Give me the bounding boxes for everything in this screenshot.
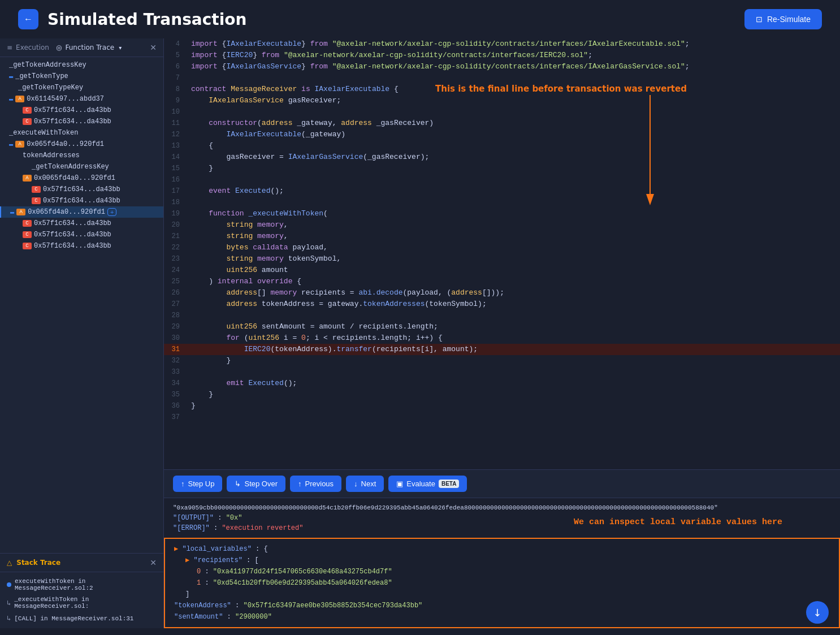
code-line-22: 22 bytes calldata payload, [164, 242, 840, 253]
stack-trace-header: △ Stack Trace ✕ [0, 554, 163, 572]
next-label: Next [361, 480, 376, 488]
back-button[interactable]: ← [18, 9, 38, 29]
previous-label: Previous [305, 480, 334, 488]
header: ← Simulated Transaction ⊡ Re-Simulate [0, 0, 840, 38]
page-title: Simulated Transaction [47, 10, 247, 29]
previous-icon: ↑ [298, 480, 302, 488]
output-output: "[OUTPUT]" : "0x" [173, 513, 831, 523]
evaluate-label: Evaluate [406, 480, 435, 488]
code-line-7: 7 [164, 72, 840, 84]
tree-item-getTokenAddressKey[interactable]: _getTokenAddressKey [0, 59, 163, 71]
tab-function-trace[interactable]: ◎ Function Trace ▾ [56, 44, 122, 51]
tab-execution[interactable]: ≡ Execution [7, 44, 49, 51]
code-line-15: 15 } [164, 163, 840, 174]
tab-execution-label: Execution [16, 44, 49, 51]
contract-icon5: C [23, 220, 32, 227]
code-line-9: 9 IAxelarGasService gasReceiver; [164, 95, 840, 106]
resimulate-button[interactable]: ⊡ Re-Simulate [744, 9, 822, 29]
beta-badge: BETA [439, 480, 459, 488]
arrow-icon-1: ↳ [7, 599, 11, 607]
add-button[interactable]: + [107, 208, 116, 216]
var-recipient-1: 1 : "0xd54c1b20ffb06e9d229395abb45a06402… [174, 577, 830, 589]
step-over-label: Step Over [244, 480, 278, 488]
stack-item-1[interactable]: ↳ _executeWithToken in MessageReceiver.s… [0, 594, 163, 612]
scroll-indicator[interactable]: ↓ [806, 601, 829, 624]
step-up-icon: ↑ [181, 480, 185, 488]
var-bracket-close: ] [174, 589, 830, 600]
tree-item-addr2[interactable]: ▬ A 0x065fd4a0...920fd1 [0, 139, 163, 150]
tab-function-trace-label: Function Trace [65, 44, 114, 51]
tree-item-contract6[interactable]: C 0x57f1c634...da43bb [0, 229, 163, 240]
code-line-17: 17 event Executed(); [164, 185, 840, 197]
code-area[interactable]: This is the final line before transactio… [164, 38, 840, 469]
tree-item-getTokenAddressKey2[interactable]: _getTokenAddressKey [0, 161, 163, 172]
panel-close-button[interactable]: ✕ [150, 43, 157, 52]
contract-icon2: C [23, 118, 32, 125]
chevron-down-icon: ▾ [119, 45, 122, 51]
stack-item-0[interactable]: executeWithToken in MessageReceiver.sol:… [0, 576, 163, 594]
stack-item-2[interactable]: ↳ [CALL] in MessageReceiver.sol:31 [0, 612, 163, 625]
warning-icon: △ [7, 559, 12, 567]
output-panel: "0xa9059cbb0000000000000000000000000000d… [164, 498, 840, 538]
function-trace-icon: ◎ [56, 44, 62, 51]
tree-item-contract3[interactable]: C 0x57f1c634...da43bb [0, 184, 163, 195]
tree-item-contract4[interactable]: C 0x57f1c634...da43bb [0, 195, 163, 206]
code-content: 4 import {IAxelarExecutable} from "@axel… [164, 38, 840, 423]
code-line-30: 30 for (uint256 i = 0; i < recipients.le… [164, 332, 840, 344]
code-line-25: 25 ) internal override { [164, 276, 840, 287]
code-line-20: 20 string memory, [164, 219, 840, 231]
tree-item-contract1[interactable]: C 0x57f1c634...da43bb [0, 105, 163, 116]
next-button[interactable]: ↓ Next [346, 476, 384, 492]
tree-item-executeWithToken[interactable]: _executeWithToken [0, 127, 163, 139]
tree-item-addr1[interactable]: ▬ A 0x61145497...abdd37 [0, 93, 163, 105]
tree-item-getTokenType[interactable]: ▬ _getTokenType [0, 71, 163, 82]
tree-item-tokenAddresses[interactable]: tokenAddresses [0, 150, 163, 161]
arrow-icon-2: ↳ [7, 614, 11, 623]
address-icon3: A [23, 175, 32, 182]
code-line-19: 19 function _executeWithToken( [164, 208, 840, 219]
code-line-12: 12 IAxelarExecutable(_gateway) [164, 129, 840, 140]
stack-trace-panel: △ Stack Trace ✕ executeWithToken in Mess… [0, 553, 163, 628]
contract-icon7: C [23, 243, 32, 249]
next-icon: ↓ [354, 480, 358, 488]
stack-trace-close-button[interactable]: ✕ [150, 558, 157, 567]
stack-item-text-1: _executeWithToken in MessageReceiver.sol… [14, 596, 157, 610]
tree-item-contract7[interactable]: C 0x57f1c634...da43bb [0, 240, 163, 252]
var-token-address: "tokenAddress" : "0x57f1c63497aee0be305b… [174, 600, 830, 611]
code-line-6: 6 import {IAxelarGasService} from "@axel… [164, 61, 840, 72]
code-line-28: 28 [164, 310, 840, 321]
code-line-24: 24 uint256 amount [164, 265, 840, 276]
step-up-label: Step Up [188, 480, 215, 488]
var-sent-amount: "sentAmount" : "2900000" [174, 611, 830, 623]
evaluate-button[interactable]: ▣ Evaluate BETA [388, 476, 467, 492]
tree-item-addr4-active[interactable]: ▬ A 0x065fd4a0...920fd1 + [0, 206, 163, 218]
previous-button[interactable]: ↑ Previous [290, 476, 341, 492]
collapse-icon: ▬ [9, 72, 13, 80]
step-over-button[interactable]: ↳ Step Over [227, 476, 285, 492]
address-icon2: A [15, 141, 24, 148]
code-line-33: 33 [164, 366, 840, 378]
address-icon: A [15, 96, 24, 102]
step-over-icon: ↳ [235, 480, 241, 488]
code-line-34: 34 emit Executed(); [164, 378, 840, 389]
tree-item-getTokenTypeKey[interactable]: _getTokenTypeKey [0, 82, 163, 93]
execution-icon: ≡ [7, 44, 12, 51]
stack-item-text-0: executeWithToken in MessageReceiver.sol:… [15, 578, 157, 591]
tree-item-contract5[interactable]: C 0x57f1c634...da43bb [0, 218, 163, 229]
step-up-button[interactable]: ↑ Step Up [173, 476, 222, 492]
output-hex: "0xa9059cbb0000000000000000000000000000d… [173, 503, 831, 513]
tree-item-addr3[interactable]: A 0x0065fd4a0...920fd1 [0, 172, 163, 184]
collapse-icon3: ▬ [9, 140, 13, 148]
main-layout: ≡ Execution ◎ Function Trace ▾ ✕ _getTok… [0, 38, 840, 628]
code-line-10: 10 [164, 106, 840, 118]
code-line-8: 8 contract MessageReceiver is IAxelarExe… [164, 84, 840, 95]
tree-item-contract2[interactable]: C 0x57f1c634...da43bb [0, 116, 163, 127]
code-line-4: 4 import {IAxelarExecutable} from "@axel… [164, 38, 840, 50]
contract-icon1: C [23, 107, 32, 114]
code-line-21: 21 string memory, [164, 231, 840, 242]
code-line-35: 35 } [164, 389, 840, 400]
stack-item-text-2: [CALL] in MessageReceiver.sol:31 [14, 615, 133, 622]
address-icon4: A [16, 209, 25, 215]
code-line-29: 29 uint256 sentAmount = amount / recipie… [164, 321, 840, 332]
code-line-23: 23 string memory tokenSymbol, [164, 253, 840, 265]
